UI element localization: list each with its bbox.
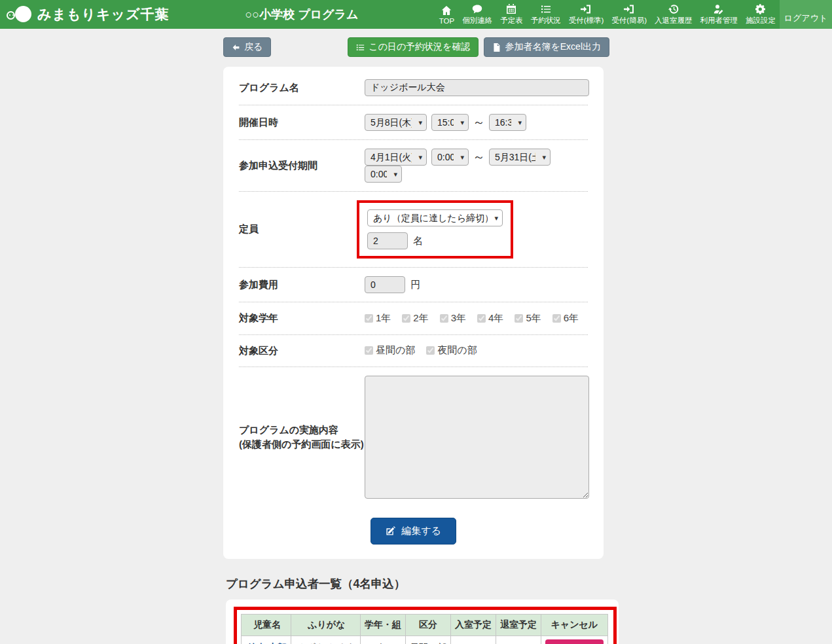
col-header-grade: 学年・組 (360, 615, 405, 636)
description-textarea[interactable] (365, 376, 589, 499)
fee-input[interactable] (365, 276, 405, 293)
description-label: プログラムの実施内容 (保護者側の予約画面に表示) (239, 423, 365, 452)
mascot-icon (7, 5, 33, 24)
nav-item-yoyaku-jokyo[interactable]: 予約状況 (527, 0, 565, 29)
period-start-date-select[interactable]: 4月1日(火) (365, 149, 427, 166)
history-icon (668, 4, 679, 14)
col-header-enter: 入室予定 (451, 615, 496, 636)
tilde-separator: ～ (473, 149, 485, 166)
applicants-title: プログラム申込者一覧（4名申込） (226, 576, 832, 592)
applicants-table: 児童名 ふりがな 学年・組 区分 入室予定 退室予定 キャンセル 鈴木 太郎 す… (241, 614, 608, 644)
checkbox[interactable] (552, 314, 561, 323)
divisions-label: 対象区分 (239, 344, 365, 359)
file-icon (492, 43, 501, 52)
grade-checkbox-6: 6年 (552, 312, 579, 325)
division-checkbox-night: 夜間の部 (426, 344, 477, 357)
nav-item-yoteihyo[interactable]: 予定表 (496, 0, 527, 29)
cancel-button[interactable]: キャンセル (545, 639, 604, 644)
back-button[interactable]: 戻る (223, 37, 271, 57)
nav-item-uketsuke-kani[interactable]: 受付(簡易) (607, 0, 651, 29)
applicants-highlight-box: 児童名 ふりがな 学年・組 区分 入室予定 退室予定 キャンセル 鈴木 太郎 す… (234, 607, 617, 644)
sign-in-icon (624, 4, 634, 14)
col-header-exit: 退室予定 (496, 615, 541, 636)
form-row-fee: 参加費用 円 (239, 268, 588, 302)
applicants-card: 児童名 ふりがな 学年・組 区分 入室予定 退室予定 キャンセル 鈴木 太郎 す… (226, 599, 619, 644)
nav-item-nyutaishitsu-rireki[interactable]: 入退室履歴 (651, 0, 696, 29)
nav-item-label: TOP (439, 17, 454, 25)
exit-time-cell: 16:00 (496, 636, 541, 644)
capacity-highlight-box: あり（定員に達したら締切） 名 (357, 200, 513, 259)
start-time-select[interactable]: 15:00 (431, 114, 469, 131)
comment-icon (472, 4, 482, 14)
capacity-mode-select[interactable]: あり（定員に達したら締切） (367, 209, 503, 226)
capacity-input[interactable] (367, 232, 408, 249)
nav-item-riyosha-kanri[interactable]: 利用者管理 (696, 0, 742, 29)
capacity-unit: 名 (413, 235, 423, 247)
nav-item-label: 個別連絡 (462, 16, 492, 26)
edit-pencil-icon (386, 526, 395, 536)
form-row-description: プログラムの実施内容 (保護者側の予約画面に表示) (239, 367, 588, 507)
tilde-separator: ～ (473, 114, 485, 131)
calendar-icon (506, 4, 516, 14)
form-row-capacity: 定員 あり（定員に達したら締切） 名 (239, 192, 588, 268)
nav-item-uketsuke-hyojun[interactable]: 受付(標準) (565, 0, 608, 29)
edit-button[interactable]: 編集する (371, 518, 456, 545)
excel-export-button[interactable]: 参加者名簿をExcel出力 (484, 37, 609, 57)
list-icon (541, 4, 551, 14)
checkbox[interactable] (440, 314, 448, 323)
logout-button[interactable]: ログアウト (780, 0, 832, 29)
kana-cell: すずき たろう (291, 636, 360, 644)
table-header-row: 児童名 ふりがな 学年・組 区分 入室予定 退室予定 キャンセル (242, 615, 608, 636)
nav-item-kobetsu-renraku[interactable]: 個別連絡 (458, 0, 496, 29)
page-title: ○○小学校 プログラム (245, 7, 358, 22)
check-reservations-button[interactable]: この日の予約状況を確認 (348, 37, 479, 57)
form-row-schedule: 開催日時 5月8日(木) 15:00 ～ 16:30 (239, 105, 588, 140)
check-reservations-label: この日の予約状況を確認 (369, 41, 470, 53)
nav-item-label: 受付(簡易) (611, 16, 647, 26)
period-start-time-select[interactable]: 0:00 (431, 149, 469, 166)
grade-checkbox-1: 1年 (365, 312, 391, 325)
program-name-input[interactable] (365, 79, 589, 96)
excel-export-label: 参加者名簿をExcel出力 (505, 41, 601, 53)
application-period-label: 参加申込受付期間 (239, 158, 365, 173)
nav-item-label: 利用者管理 (700, 16, 738, 26)
form-row-grades: 対象学年 1年 2年 3年 4年 5年 6年 (239, 302, 588, 335)
back-button-label: 戻る (244, 41, 262, 53)
home-icon (441, 5, 452, 16)
col-header-name: 児童名 (242, 615, 291, 636)
nav-item-label: 入退室履歴 (655, 16, 693, 26)
app-logo[interactable]: みまもりキッズ千葉 (0, 5, 169, 24)
division-cell: 昼間の部 (405, 636, 450, 644)
checkbox[interactable] (365, 314, 373, 323)
fee-unit: 円 (410, 279, 420, 291)
division-checkbox-day: 昼間の部 (365, 344, 415, 357)
period-end-date-select[interactable]: 5月31日(土) (489, 149, 551, 166)
checkbox[interactable] (515, 314, 523, 323)
col-header-division: 区分 (405, 615, 450, 636)
nav-item-top[interactable]: TOP (435, 0, 458, 29)
fee-label: 参加費用 (239, 277, 365, 293)
period-end-time-select[interactable]: 0:00 (365, 166, 402, 183)
end-time-select[interactable]: 16:30 (489, 114, 526, 131)
main-nav: TOP 個別連絡 予定表 予約状況 受付(標準) 受付(簡易) 入退室履歴 利 (435, 0, 832, 29)
checkbox[interactable] (426, 346, 435, 355)
checkbox[interactable] (402, 314, 410, 323)
logo-text: みまもりキッズ千葉 (37, 5, 169, 24)
grade-cell: 1年1 (360, 636, 405, 644)
checkbox[interactable] (365, 346, 373, 355)
sign-in-icon (581, 4, 591, 14)
nav-item-label: 予約状況 (531, 16, 561, 26)
checkbox[interactable] (477, 314, 486, 323)
form-row-program-name: プログラム名 (239, 71, 588, 105)
form-row-divisions: 対象区分 昼間の部 夜間の部 (239, 335, 588, 368)
list-icon (356, 43, 365, 52)
enter-time-cell: 14:00 (451, 636, 496, 644)
nav-item-label: 受付(標準) (569, 16, 604, 26)
gear-icon (755, 4, 766, 14)
form-row-application-period: 参加申込受付期間 4月1日(火) 0:00 ～ 5月31日(土) 0:00 (239, 140, 588, 192)
nav-item-shisetsu-settei[interactable]: 施設設定 (742, 0, 780, 29)
grade-checkbox-5: 5年 (515, 312, 541, 325)
schedule-label: 開催日時 (239, 115, 365, 130)
event-date-select[interactable]: 5月8日(木) (365, 114, 427, 131)
grade-checkbox-2: 2年 (402, 312, 428, 325)
